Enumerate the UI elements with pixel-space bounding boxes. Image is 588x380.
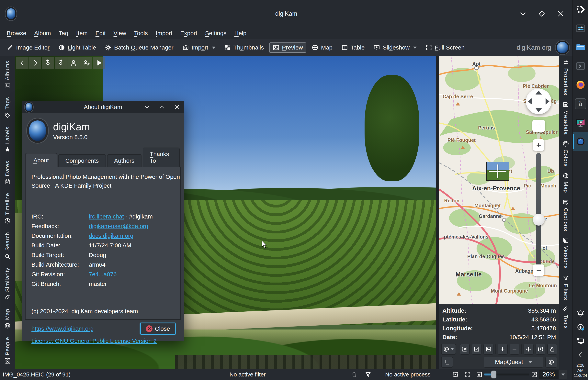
map-home-button[interactable] [532, 120, 545, 132]
feedback-link[interactable]: digikam-user@kde.org [89, 221, 148, 231]
tab-authors[interactable]: Authors [107, 154, 141, 167]
digikam-org-label[interactable]: digiKam.org [517, 44, 551, 51]
next-image-button[interactable] [29, 57, 41, 69]
pan-mode-button[interactable] [524, 344, 533, 355]
tab-about[interactable]: About [25, 153, 57, 167]
sidebar-tab-search[interactable]: Search [4, 232, 11, 260]
sidebar-tab-versions[interactable]: Versions [562, 237, 569, 269]
batch-queue-manager-button[interactable]: Batch Queue Manager [101, 42, 177, 53]
zoom-expand-icon[interactable] [531, 371, 538, 378]
sidebar-tab-metadata[interactable]: Metadata [562, 101, 569, 135]
fit-window-icon[interactable] [464, 371, 471, 378]
sidebar-tab-map[interactable]: Map [4, 309, 11, 329]
face-tag-button[interactable] [67, 57, 80, 69]
dialog-minimize-icon[interactable] [144, 104, 150, 110]
character-app-button[interactable]: à [573, 94, 588, 113]
notifications-button[interactable] [573, 306, 588, 320]
map-provider-select[interactable]: MapQuest [484, 357, 543, 368]
thumbnails-button[interactable]: Thumbnails [221, 42, 267, 53]
map-button[interactable]: Map [308, 42, 336, 53]
minimize-icon[interactable] [519, 10, 527, 18]
map-layer-button[interactable] [441, 344, 456, 355]
zoom-shrink-button[interactable] [472, 344, 481, 355]
menu-tools[interactable]: Tools [130, 30, 152, 37]
firefox-button[interactable] [573, 76, 588, 94]
pan-left-icon[interactable] [528, 98, 532, 105]
menu-edit[interactable]: Edit [92, 30, 110, 37]
irc-link[interactable]: irc.libera.chat [89, 213, 124, 220]
copy-coordinates-button[interactable] [441, 357, 453, 368]
thumbnail-zoom-slider[interactable] [484, 374, 530, 376]
slideshow-button[interactable]: Slideshow [370, 42, 420, 53]
light-table-button[interactable]: Light Table [55, 42, 100, 53]
zoom-level[interactable]: 26% [539, 370, 559, 379]
preview-button[interactable]: Preview [269, 42, 306, 53]
screenshot-app-button[interactable] [573, 113, 588, 132]
menu-item[interactable]: Item [72, 30, 91, 37]
sidebar-tab-filters[interactable]: Filters [562, 275, 569, 300]
select-mode-icon[interactable] [452, 371, 459, 378]
sidebar-tab-tools[interactable]: Tools [562, 306, 569, 329]
rotate-right-button[interactable] [55, 57, 67, 69]
pan-down-icon[interactable] [535, 108, 542, 112]
map-zoom-in-toolbar-button[interactable] [498, 344, 507, 355]
menu-view[interactable]: View [110, 30, 130, 37]
sidebar-tab-properties[interactable]: Properties [562, 59, 569, 95]
digikam-taskbar-button[interactable] [573, 132, 588, 151]
taskbar-clock[interactable]: 2:28 AM 11/8/24 [573, 363, 588, 378]
sidebar-tab-map-right[interactable]: Map [562, 172, 569, 193]
filter-funnel-icon[interactable] [365, 371, 371, 378]
zoom-shrink-icon[interactable] [476, 371, 483, 378]
dialog-close-icon[interactable] [174, 104, 180, 110]
menu-export[interactable]: Export [176, 30, 201, 37]
sidebar-tab-labels[interactable]: Labels [4, 127, 11, 153]
sidebar-tab-albums[interactable]: Albums [4, 61, 11, 89]
sidebar-tab-similarity[interactable]: Similarity [4, 268, 11, 301]
license-link[interactable]: License: GNU General Public License Vers… [31, 338, 174, 344]
show-thumbnails-button[interactable] [483, 344, 493, 355]
pan-up-icon[interactable] [535, 91, 542, 95]
sidebar-tab-dates[interactable]: Dates [4, 161, 11, 185]
panel-splitter[interactable] [436, 57, 439, 369]
sidebar-tab-captions[interactable]: Captions [562, 199, 569, 231]
display-settings-app-button[interactable] [573, 19, 588, 38]
close-icon[interactable] [557, 10, 565, 18]
menu-browse[interactable]: Browse [3, 30, 30, 37]
sidebar-tab-tags[interactable]: Tags [4, 97, 11, 118]
previous-image-button[interactable] [16, 57, 28, 69]
map-zoom-in-button[interactable]: + [533, 139, 544, 151]
map-zoom-out-toolbar-button[interactable] [510, 344, 519, 355]
open-in-browser-button[interactable] [545, 357, 557, 368]
menu-help[interactable]: Help [230, 30, 250, 37]
sidebar-tab-people[interactable]: People [4, 337, 11, 364]
git-revision-link[interactable]: 7e4...a076 [89, 269, 117, 279]
menu-settings[interactable]: Settings [201, 30, 230, 37]
full-screen-button[interactable]: Full Screen [422, 42, 468, 53]
lock-button[interactable] [547, 344, 557, 355]
rotate-left-button[interactable] [42, 57, 54, 69]
add-face-button[interactable] [80, 57, 92, 69]
dialog-titlebar[interactable]: About digiKam [22, 101, 184, 113]
maximize-icon[interactable] [538, 10, 546, 18]
documentation-link[interactable]: docs.digikam.org [89, 231, 133, 241]
digikam-logo-icon[interactable] [556, 41, 569, 55]
dialog-maximize-icon[interactable] [159, 104, 165, 110]
import-button[interactable]: Import [179, 42, 219, 53]
tab-components[interactable]: Components [58, 154, 106, 167]
sidebar-tab-colors[interactable]: Colors [562, 140, 569, 167]
close-button[interactable]: ✕ Close [140, 323, 176, 335]
play-slideshow-button[interactable] [93, 57, 105, 69]
titlebar[interactable]: digiKam [0, 0, 572, 27]
sidebar-tab-timeline[interactable]: Timeline [4, 193, 11, 224]
map-pan-control[interactable] [526, 89, 551, 114]
image-editor-button[interactable]: Image Editor [3, 42, 53, 53]
tray-expand-button[interactable] [573, 348, 588, 361]
menu-album[interactable]: Album [30, 30, 55, 37]
select-region-button[interactable] [535, 344, 545, 355]
table-button[interactable]: Table [338, 42, 368, 53]
zoom-slider-knob[interactable] [491, 371, 496, 379]
map-zoom-out-button[interactable]: − [533, 265, 544, 276]
photo-geolocation-marker[interactable] [486, 162, 509, 181]
pan-right-icon[interactable] [546, 98, 550, 105]
updates-button[interactable] [573, 320, 588, 334]
